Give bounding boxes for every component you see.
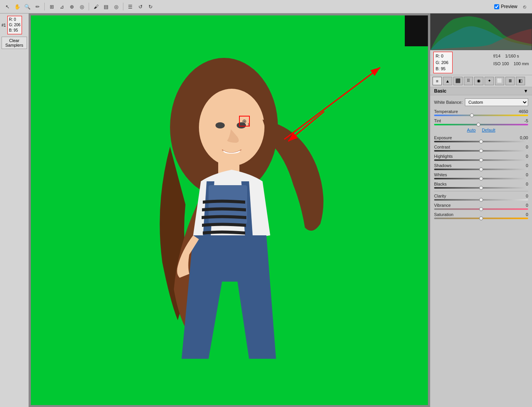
- auto-button[interactable]: Auto: [467, 128, 476, 132]
- photo-container: ⊕ 1: [31, 15, 428, 405]
- tool-undo[interactable]: ↺: [136, 2, 145, 11]
- basic-section-title: Basic: [434, 88, 446, 94]
- shadows-value: 0: [517, 163, 528, 168]
- tool-heal[interactable]: ⊕: [67, 2, 76, 11]
- vibrance-slider-row: Vibrance 0: [434, 203, 528, 210]
- temperature-value: 4650: [517, 109, 528, 114]
- blacks-track: [434, 187, 528, 189]
- exposure-label: Exposure: [434, 135, 452, 140]
- exposure-track: [434, 141, 528, 142]
- sampler-rgb-box: R: 0 G: 206 B: 95: [7, 16, 22, 34]
- highlights-thumb[interactable]: [479, 158, 483, 162]
- exposure-slider-row: Exposure 0,00: [434, 135, 528, 142]
- saturation-slider-row: Saturation 0: [434, 212, 528, 219]
- temperature-label: Temperature: [434, 109, 458, 114]
- preview-checkbox[interactable]: [494, 4, 499, 9]
- tool-gradient[interactable]: ▤: [102, 2, 110, 11]
- panel-icon-camera[interactable]: ⬜: [495, 77, 504, 85]
- section-collapse-icon[interactable]: ▼: [524, 88, 528, 94]
- vibrance-value: 0: [517, 203, 528, 208]
- panel-icon-hsl[interactable]: ⬛: [453, 77, 463, 85]
- rgb-g-value: 206: [441, 60, 448, 65]
- crosshair-icon: ⊕: [242, 118, 247, 124]
- tool-brush[interactable]: 🖌: [92, 2, 100, 11]
- shadows-track: [434, 169, 528, 170]
- sampler-b-value: 95: [13, 28, 18, 32]
- white-balance-select[interactable]: Custom As Shot Auto Daylight Cloudy Shad…: [465, 98, 528, 106]
- whites-label: Whites: [434, 172, 447, 177]
- exif-info: f/14 1/160 s ISO 100 100 mm: [493, 52, 529, 68]
- exposure-value: 0,00: [517, 135, 528, 140]
- preview-label[interactable]: Preview: [501, 4, 517, 9]
- tint-slider-row: Tint -5: [434, 118, 528, 125]
- separator-2: [89, 3, 89, 10]
- tool-zoom[interactable]: 🔍: [23, 2, 32, 11]
- tool-straighten[interactable]: ⊿: [57, 2, 66, 11]
- panel-icon-detail[interactable]: ⠿: [464, 77, 473, 85]
- exposure-thumb[interactable]: [479, 140, 483, 144]
- dark-corner: [405, 15, 428, 46]
- panel-icon-fx[interactable]: ✦: [485, 77, 494, 85]
- preview-checkbox-area: Preview ⎋: [494, 2, 529, 11]
- tool-arrow[interactable]: ↖: [3, 2, 12, 11]
- saturation-track: [434, 218, 528, 219]
- vibrance-thumb[interactable]: [479, 207, 483, 211]
- right-panel: R: 0 G: 206 B: 95 f/14 1/160 s ISO 100 1…: [430, 14, 532, 407]
- blacks-thumb[interactable]: [479, 186, 483, 190]
- rgb-r-value: 0: [441, 54, 443, 58]
- saturation-value: 0: [517, 212, 528, 217]
- panel-icon-snapshots[interactable]: ◧: [516, 77, 525, 85]
- histogram-svg: [430, 14, 532, 50]
- clarity-value: 0: [517, 194, 528, 198]
- panel-icon-basic[interactable]: ≡: [433, 77, 442, 85]
- separator-1: [44, 3, 45, 10]
- shadows-slider-row: Shadows 0: [434, 163, 528, 170]
- contrast-track: [434, 150, 528, 152]
- rgb-g-label: G:: [436, 60, 440, 65]
- whites-thumb[interactable]: [479, 177, 483, 181]
- panel-tool-icons-row: ≡ ▲ ⬛ ⠿ ◉ ✦ ⬜ ≣ ◧: [430, 75, 532, 87]
- highlights-slider-row: Highlights 0: [434, 154, 528, 161]
- saturation-label: Saturation: [434, 212, 453, 217]
- separator-3: [123, 3, 123, 10]
- tool-list[interactable]: ☰: [126, 2, 135, 11]
- sampler-g-value: 206: [14, 23, 20, 27]
- temperature-slider-row: Temperature 4650: [434, 109, 528, 116]
- tool-pencil[interactable]: ✏: [33, 2, 42, 11]
- tool-crop[interactable]: ⊞: [47, 2, 56, 11]
- contrast-value: 0: [517, 145, 528, 149]
- tool-hand[interactable]: ✋: [13, 2, 22, 11]
- panel-icon-tone[interactable]: ▲: [443, 77, 452, 85]
- canvas-area[interactable]: ⊕ 1: [29, 14, 430, 407]
- tool-radial[interactable]: ◎: [112, 2, 120, 11]
- whites-value: 0: [517, 172, 528, 177]
- sample-number: 1: [247, 122, 249, 126]
- saturation-thumb[interactable]: [479, 216, 483, 220]
- exif-iso: ISO 100: [493, 61, 509, 66]
- temperature-thumb[interactable]: [470, 113, 474, 117]
- white-balance-row: White Balance: Custom As Shot Auto Dayli…: [434, 98, 528, 106]
- panel-icon-presets[interactable]: ≣: [505, 77, 515, 85]
- person-svg: [139, 50, 340, 405]
- tint-thumb[interactable]: [476, 123, 480, 127]
- sampler-g-label: G:: [9, 23, 13, 27]
- clarity-label: Clarity: [434, 194, 446, 198]
- contrast-thumb[interactable]: [479, 149, 483, 153]
- clear-samplers-button[interactable]: Clear Samplers: [2, 37, 27, 49]
- basic-section: Basic ▼ White Balance: Custom As Shot Au…: [430, 87, 532, 407]
- rgb-r-label: R:: [436, 54, 440, 58]
- tool-redeye[interactable]: ◎: [77, 2, 86, 11]
- auto-default-row: Auto Default: [434, 128, 528, 132]
- export-btn[interactable]: ⎋: [520, 2, 529, 11]
- exif-focal: 100 mm: [513, 61, 529, 66]
- histogram-area: [430, 14, 532, 50]
- shadows-thumb[interactable]: [479, 167, 483, 171]
- divider-1: [434, 191, 528, 191]
- blacks-label: Blacks: [434, 182, 446, 186]
- clarity-thumb[interactable]: [479, 198, 483, 202]
- tool-redo[interactable]: ↻: [146, 2, 155, 11]
- default-button[interactable]: Default: [482, 128, 495, 132]
- svg-point-4: [215, 122, 225, 128]
- tint-label: Tint: [434, 118, 441, 123]
- panel-icon-lens[interactable]: ◉: [474, 77, 483, 85]
